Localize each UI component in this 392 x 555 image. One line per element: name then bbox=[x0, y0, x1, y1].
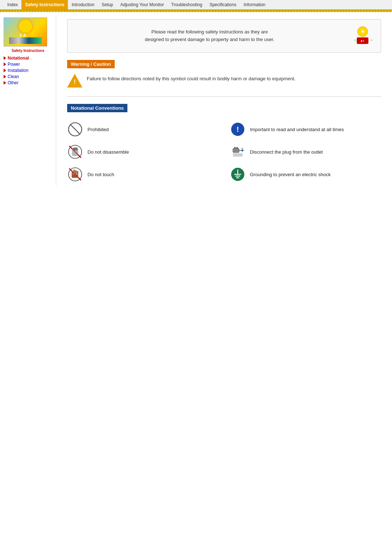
svg-rect-27 bbox=[77, 171, 78, 174]
warning-box: ! Failure to follow directions noted by … bbox=[67, 74, 381, 89]
sidebar-item-clean[interactable]: Clean bbox=[4, 74, 52, 79]
grounding-icon bbox=[230, 166, 246, 182]
svg-line-7 bbox=[70, 125, 80, 134]
disassemble-label: Do not disassemble bbox=[87, 149, 129, 155]
svg-text:☀: ☀ bbox=[360, 29, 365, 35]
svg-text:!: ! bbox=[236, 125, 239, 133]
notation-touch: Do not touch bbox=[67, 166, 219, 182]
sidebar-menu: Notational Power Installation Clean Othe… bbox=[4, 56, 52, 85]
prohibited-icon bbox=[67, 121, 83, 137]
notation-grid: Prohibited ! Important to read and under… bbox=[67, 121, 381, 182]
intro-line1: Please read the following safety instruc… bbox=[151, 29, 268, 35]
divider bbox=[67, 96, 381, 97]
disconnect-icon bbox=[230, 144, 246, 160]
grounding-label: Grounding to prevent an electric shock bbox=[250, 172, 331, 177]
logo-strips bbox=[9, 37, 42, 44]
prohibited-label: Prohibited bbox=[87, 127, 109, 132]
svg-text:←: ← bbox=[354, 37, 358, 42]
nav-setup[interactable]: Setup bbox=[98, 0, 117, 9]
svg-rect-25 bbox=[73, 170, 75, 174]
arrow-icon bbox=[4, 62, 6, 66]
sidebar-logo: 5 A☀️ bbox=[4, 17, 47, 46]
warning-header: Warning / Caution bbox=[67, 60, 115, 68]
notation-disconnect: Disconnect the plug from the outlet bbox=[230, 144, 381, 160]
sidebar-item-installation[interactable]: Installation bbox=[4, 68, 52, 73]
notation-prohibited: Prohibited bbox=[67, 121, 219, 137]
sidebar-item-power[interactable]: Power bbox=[4, 62, 52, 67]
sidebar-item-notational[interactable]: Notational bbox=[4, 56, 52, 61]
intro-line2: designed to prevent damage to property a… bbox=[145, 37, 274, 42]
arrow-icon bbox=[4, 69, 6, 72]
touch-label: Do not touch bbox=[87, 172, 114, 177]
notation-grounding: Grounding to prevent an electric shock bbox=[230, 166, 381, 182]
intro-text: Please read the following safety instruc… bbox=[75, 28, 344, 44]
intro-icon: ☀ ♦+ ← → bbox=[352, 25, 373, 47]
sidebar: 5 A☀️ Safety Instructions Notational Pow… bbox=[0, 16, 56, 186]
arrow-icon bbox=[4, 75, 6, 78]
nav-information[interactable]: Information bbox=[240, 0, 269, 9]
logo-sun-icon bbox=[19, 20, 32, 33]
touch-icon bbox=[67, 166, 83, 182]
nav-safety[interactable]: Safety Instructions bbox=[21, 0, 68, 9]
svg-rect-22 bbox=[233, 153, 242, 157]
main-content: Please read the following safety instruc… bbox=[56, 16, 392, 186]
nav-index[interactable]: Index bbox=[4, 0, 21, 9]
svg-rect-16 bbox=[233, 148, 239, 152]
disconnect-label: Disconnect the plug from the outlet bbox=[250, 149, 323, 155]
arrow-icon bbox=[4, 81, 6, 85]
intro-box: Please read the following safety instruc… bbox=[67, 19, 381, 53]
arrow-icon bbox=[4, 56, 6, 60]
top-navigation[interactable]: Index Safety Instructions Introduction S… bbox=[0, 0, 392, 10]
svg-rect-29 bbox=[72, 174, 78, 178]
intro-decoration-icon: ☀ ♦+ ← → bbox=[352, 25, 373, 47]
notation-important: ! Important to read and understand at al… bbox=[230, 121, 381, 137]
important-icon: ! bbox=[230, 121, 246, 137]
svg-rect-18 bbox=[236, 147, 238, 149]
sidebar-item-other[interactable]: Other bbox=[4, 80, 52, 85]
nav-introduction[interactable]: Introduction bbox=[68, 0, 98, 9]
notational-header: Notational Conventions bbox=[67, 104, 127, 112]
notation-disassemble: Do not disassemble bbox=[67, 144, 219, 160]
nav-troubleshooting[interactable]: Troubleshooting bbox=[168, 0, 206, 9]
disassemble-icon bbox=[67, 144, 83, 160]
sidebar-section-label: Safety Instructions bbox=[4, 49, 52, 53]
svg-rect-17 bbox=[234, 147, 236, 149]
important-label: Important to read and understand at all … bbox=[250, 127, 344, 132]
svg-rect-26 bbox=[75, 170, 77, 174]
warning-text: Failure to follow directions noted by th… bbox=[87, 74, 295, 83]
nav-adjusting[interactable]: Adjusting Your Monitor bbox=[117, 0, 167, 9]
svg-text:♦+: ♦+ bbox=[361, 39, 365, 43]
warning-triangle-icon: ! bbox=[67, 74, 82, 89]
main-layout: 5 A☀️ Safety Instructions Notational Pow… bbox=[0, 12, 392, 190]
svg-text:→: → bbox=[369, 37, 373, 42]
svg-rect-15 bbox=[74, 148, 76, 150]
nav-specifications[interactable]: Specifications bbox=[206, 0, 240, 9]
svg-marker-21 bbox=[242, 149, 244, 152]
